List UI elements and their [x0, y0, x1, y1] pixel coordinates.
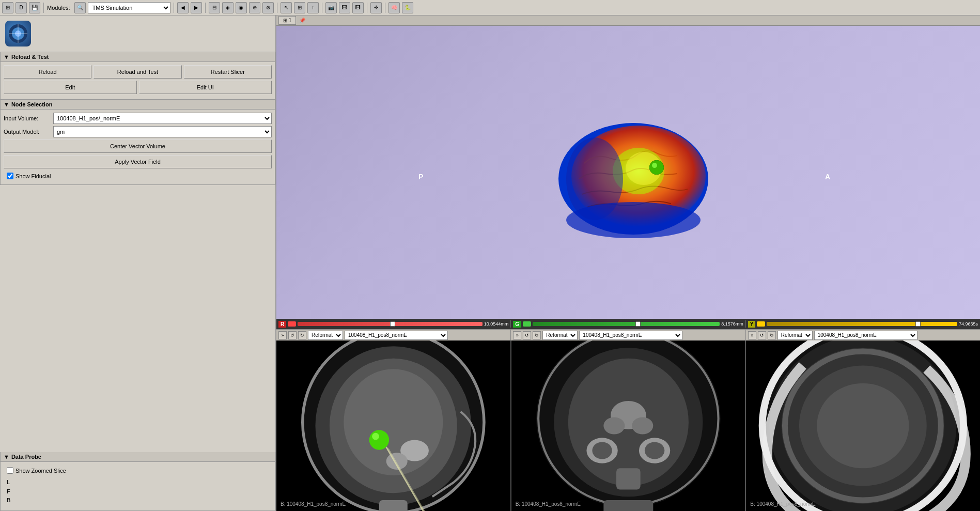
probe-b: B [7, 496, 269, 505]
green-link-btn[interactable]: » [513, 331, 521, 339]
sagittal-label: B: 100408_H1_pos8_normE [281, 501, 346, 507]
cursor-icon[interactable]: ↖ [281, 2, 292, 13]
green-slice-control: » ↺ ↻ Reformat 100408_H1_pos8_normE [511, 330, 745, 340]
modules-select[interactable]: TMS Simulation [88, 2, 170, 13]
red-link-btn[interactable]: » [278, 331, 287, 339]
save-icon[interactable]: 💾 [29, 2, 40, 13]
node-selection-header[interactable]: ▼ Node Selection [0, 100, 275, 110]
view-tab-1[interactable]: ⊞ 1 [278, 16, 296, 25]
left-panel: ▼ Reload & Test Reload Reload and Test R… [0, 16, 276, 511]
green-track[interactable] [533, 322, 720, 326]
arrow-icon[interactable]: ↑ [307, 2, 319, 13]
axial-view[interactable]: B: 100408_H1_pos8_normE [746, 340, 980, 511]
collapse-icon-2: ▼ [4, 101, 9, 107]
green-volume-select[interactable]: 100408_H1_pos8_normE [579, 331, 682, 340]
red-thumb[interactable] [390, 321, 395, 327]
python-icon[interactable]: 🐍 [402, 2, 413, 13]
camera-icon[interactable]: 📷 [325, 2, 337, 13]
modules-label: Modules: [47, 5, 70, 11]
input-volume-select[interactable]: 100408_H1_pos/_normE [53, 113, 272, 124]
svg-point-45 [592, 442, 612, 459]
restart-slicer-button[interactable]: Restart Slicer [184, 65, 272, 79]
transform-icon[interactable]: ⊞ [294, 2, 305, 13]
vol2-icon[interactable]: 🎞 [352, 2, 364, 13]
yellow-reformat-select[interactable]: Reformat [777, 331, 813, 340]
yellow-label: Y [748, 321, 756, 328]
input-volume-row: Input Volume: 100408_H1_pos/_normE [4, 113, 272, 124]
layout-icon[interactable]: ⊟ [209, 2, 220, 13]
center-vector-button[interactable]: Center Vector Volume [4, 140, 272, 153]
data-probe-section: ▼ Data Probe Show Zoomed Slice L F B [0, 452, 275, 511]
pin-icon[interactable]: ⊗ [262, 2, 274, 13]
svg-point-41 [603, 417, 625, 435]
red-icon [288, 321, 296, 327]
vol-icon[interactable]: 🎞 [339, 2, 350, 13]
svg-rect-48 [603, 500, 653, 511]
search-icon[interactable]: 🔍 [74, 2, 86, 13]
probe-l: L [7, 478, 269, 487]
show-fiducial-row: Show Fiducial [4, 171, 272, 181]
red-slice-bar: R 10.0544mm [276, 319, 510, 329]
data-probe-header[interactable]: ▼ Data Probe [0, 452, 275, 462]
yellow-track[interactable] [767, 322, 957, 326]
apply-vector-button[interactable]: Apply Vector Field [4, 155, 272, 168]
view-tab-label: 1 [289, 18, 292, 23]
green-thumb[interactable] [635, 321, 641, 327]
red-reset-btn[interactable]: ↺ [288, 331, 297, 339]
node-selection-content: Input Volume: 100408_H1_pos/_normE Outpu… [0, 110, 275, 185]
reload-button[interactable]: Reload [4, 65, 91, 79]
cube-icon[interactable]: ◈ [222, 2, 234, 13]
tms-icon[interactable]: ⊕ [249, 2, 260, 13]
red-reformat-select[interactable]: Reformat [308, 331, 343, 340]
green-label: G [513, 321, 521, 328]
red-sync-btn[interactable]: ↻ [298, 331, 306, 339]
green-reformat-select[interactable]: Reformat [542, 331, 578, 340]
slice-bars: R 10.0544mm G 8.1576mm Y [276, 319, 980, 329]
show-fiducial-checkbox[interactable] [7, 173, 13, 179]
grid-icon[interactable]: ⊞ [2, 2, 13, 13]
edit-button[interactable]: Edit [4, 81, 137, 94]
red-track[interactable] [298, 322, 483, 326]
yellow-slice-bar: Y 74.9665s [746, 319, 980, 329]
bounding-box-overlay [276, 26, 431, 103]
edit-ui-button[interactable]: Edit UI [139, 81, 272, 94]
reload-and-test-button[interactable]: Reload and Test [94, 65, 181, 79]
svg-point-55 [817, 383, 909, 469]
forward-icon[interactable]: ▶ [191, 2, 202, 13]
reload-test-content: Reload Reload and Test Restart Slicer Ed… [0, 62, 275, 100]
green-icon [523, 321, 531, 327]
reload-test-header[interactable]: ▼ Reload & Test [0, 52, 275, 62]
green-sync-btn[interactable]: ↻ [533, 331, 541, 339]
yellow-volume-select[interactable]: 100408_H1_pos8_normE [814, 331, 917, 340]
yellow-thumb[interactable] [915, 321, 921, 327]
back-icon[interactable]: ◀ [177, 2, 189, 13]
data-probe-label: Data Probe [11, 454, 41, 460]
show-fiducial-label: Show Fiducial [15, 173, 51, 179]
coronal-view[interactable]: B: 100408_H1_pos8_normE [511, 340, 746, 511]
yellow-link-btn[interactable]: » [748, 331, 756, 339]
node-selection-label: Node Selection [11, 101, 52, 107]
brain-icon[interactable]: 🧠 [388, 2, 400, 13]
3d-view[interactable]: P A [276, 26, 980, 319]
sagittal-view[interactable]: B: 100408_H1_pos8_normE [276, 340, 511, 511]
red-volume-select[interactable]: 100408_H1_pos8_normE [345, 331, 448, 340]
green-value: 8.1576mm [721, 321, 743, 327]
edit-row: Edit Edit UI [4, 81, 272, 94]
output-model-label: Output Model: [4, 129, 50, 135]
svg-point-29 [386, 453, 408, 470]
show-zoomed-checkbox[interactable] [7, 467, 13, 474]
output-model-select[interactable]: gm [53, 126, 272, 137]
slicer-logo [5, 21, 31, 47]
input-volume-label: Input Volume: [4, 115, 50, 121]
plus-icon[interactable]: ✛ [370, 2, 382, 13]
pin-view-icon: 📌 [299, 18, 305, 23]
center-vector-row: Center Vector Volume [4, 140, 272, 153]
show-zoomed-row: Show Zoomed Slice [4, 465, 272, 476]
yellow-reset-btn[interactable]: ↺ [758, 331, 766, 339]
dcm-icon[interactable]: D [15, 2, 27, 13]
yellow-sync-btn[interactable]: ↻ [768, 331, 776, 339]
probe-labels: L F B [4, 476, 272, 507]
yellow-value: 74.9665s [959, 321, 978, 327]
green-reset-btn[interactable]: ↺ [523, 331, 531, 339]
nav-icon[interactable]: ◉ [236, 2, 247, 13]
